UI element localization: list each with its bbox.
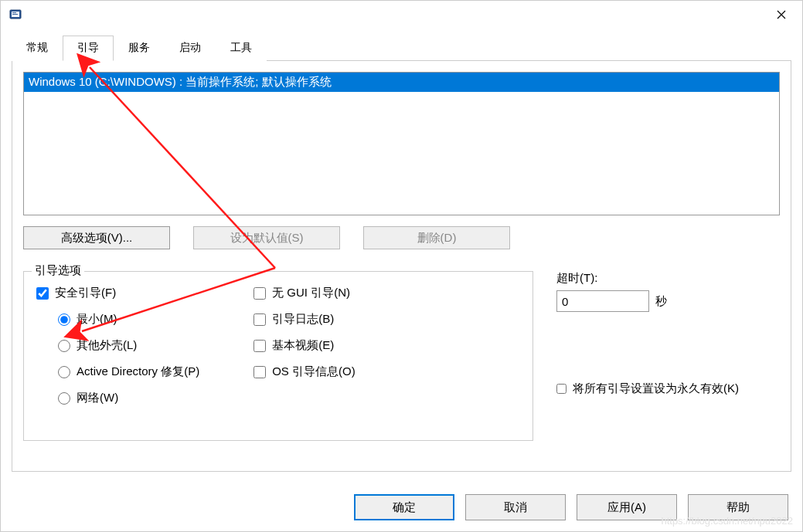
dialog-buttons: 确定 取消 应用(A) 帮助 — [354, 494, 788, 520]
safe-boot-label: 安全引导(F) — [55, 286, 116, 300]
safe-boot-input[interactable] — [36, 287, 49, 300]
ad-repair-label: Active Directory 修复(P) — [77, 364, 199, 379]
apply-button[interactable]: 应用(A) — [577, 494, 677, 520]
boot-log-input[interactable] — [253, 313, 266, 326]
other-shell-radio[interactable]: 其他外壳(L) — [58, 338, 199, 353]
os-listbox[interactable]: Windows 10 (C:\WINDOWS) : 当前操作系统; 默认操作系统 — [23, 72, 780, 215]
other-shell-label: 其他外壳(L) — [77, 338, 137, 353]
set-default-button: 设为默认值(S) — [193, 226, 340, 249]
button-row: 高级选项(V)... 设为默认值(S) 删除(D) — [23, 226, 780, 249]
content-area: 常规 引导 服务 启动 工具 Windows 10 (C:\WINDOWS) :… — [1, 29, 802, 531]
basic-video-checkbox[interactable]: 基本视频(E) — [253, 338, 356, 353]
ad-repair-input[interactable] — [58, 366, 70, 378]
minimal-radio[interactable]: 最小(M) — [58, 312, 199, 327]
svg-rect-3 — [12, 14, 18, 15]
boot-options-title: 引导选项 — [32, 263, 84, 278]
tab-boot[interactable]: 引导 — [63, 36, 114, 61]
boot-tab-panel: Windows 10 (C:\WINDOWS) : 当前操作系统; 默认操作系统… — [12, 61, 791, 472]
no-gui-checkbox[interactable]: 无 GUI 引导(N) — [253, 286, 356, 300]
tab-general[interactable]: 常规 — [12, 36, 63, 61]
permanent-checkbox[interactable]: 将所有引导设置设为永久有效(K) — [556, 381, 765, 396]
tab-services[interactable]: 服务 — [114, 36, 165, 61]
advanced-options-button[interactable]: 高级选项(V)... — [23, 226, 170, 249]
ad-repair-radio[interactable]: Active Directory 修复(P) — [58, 364, 199, 379]
os-boot-info-label: OS 引导信息(O) — [272, 364, 356, 379]
tab-strip: 常规 引导 服务 启动 工具 — [12, 35, 791, 61]
boot-log-checkbox[interactable]: 引导日志(B) — [253, 312, 356, 327]
ok-button[interactable]: 确定 — [354, 494, 454, 520]
no-gui-input[interactable] — [253, 287, 266, 300]
timeout-label: 超时(T): — [556, 271, 765, 286]
timeout-input[interactable] — [556, 290, 649, 312]
minimal-input[interactable] — [58, 313, 70, 326]
cancel-button[interactable]: 取消 — [465, 494, 566, 520]
os-boot-info-checkbox[interactable]: OS 引导信息(O) — [253, 364, 356, 379]
network-label: 网络(W) — [77, 391, 118, 405]
basic-video-input[interactable] — [253, 340, 266, 352]
delete-button: 删除(D) — [363, 226, 510, 249]
boot-options-group: 引导选项 安全引导(F) 最小(M) — [23, 271, 533, 441]
network-radio[interactable]: 网络(W) — [58, 391, 199, 405]
os-list-item[interactable]: Windows 10 (C:\WINDOWS) : 当前操作系统; 默认操作系统 — [24, 73, 779, 92]
basic-video-label: 基本视频(E) — [272, 338, 334, 353]
os-boot-info-input[interactable] — [253, 366, 266, 378]
tab-startup[interactable]: 启动 — [165, 36, 216, 61]
no-gui-label: 无 GUI 引导(N) — [272, 286, 350, 300]
safe-boot-checkbox[interactable]: 安全引导(F) — [36, 286, 199, 300]
other-shell-input[interactable] — [58, 340, 70, 352]
msconfig-window: 常规 引导 服务 启动 工具 Windows 10 (C:\WINDOWS) :… — [0, 0, 803, 532]
help-button[interactable]: 帮助 — [688, 494, 788, 520]
lower-section: 引导选项 安全引导(F) 最小(M) — [23, 271, 780, 441]
minimal-label: 最小(M) — [77, 312, 117, 327]
svg-rect-2 — [12, 12, 16, 13]
app-icon — [9, 7, 24, 22]
close-button[interactable] — [764, 2, 799, 27]
permanent-input[interactable] — [556, 384, 567, 394]
timeout-unit: 秒 — [655, 294, 667, 309]
titlebar — [1, 1, 802, 29]
permanent-label: 将所有引导设置设为永久有效(K) — [573, 381, 739, 396]
boot-log-label: 引导日志(B) — [272, 312, 334, 327]
network-input[interactable] — [58, 392, 70, 405]
timeout-section: 超时(T): 秒 将所有引导设置设为永久有效(K) — [556, 271, 765, 441]
tab-tools[interactable]: 工具 — [216, 36, 267, 61]
